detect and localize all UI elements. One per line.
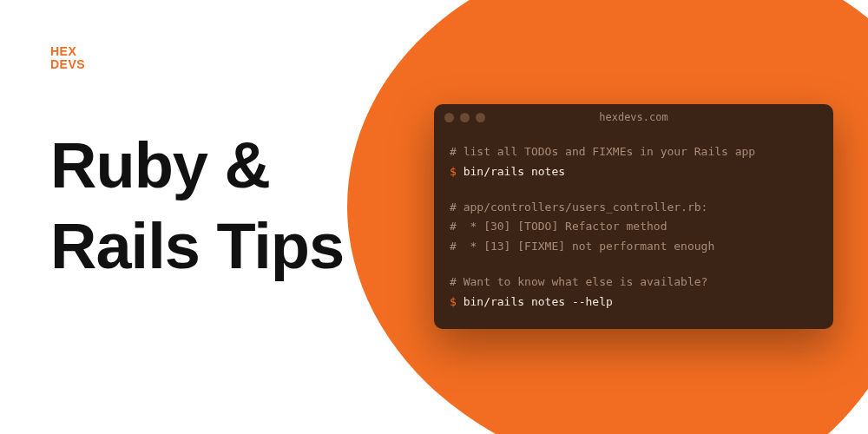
terminal-body: # list all TODOs and FIXMEs in your Rail… (434, 130, 833, 329)
terminal-command-line: $ bin/rails notes (450, 162, 818, 182)
terminal-comment: # list all TODOs and FIXMEs in your Rail… (450, 142, 818, 162)
terminal-command-line: $ bin/rails notes --help (450, 293, 818, 312)
maximize-icon (476, 113, 485, 122)
blank-line (450, 182, 818, 198)
window-controls (444, 113, 485, 122)
terminal-title: hexdevs.com (434, 111, 833, 123)
terminal-comment: # app/controllers/users_controller.rb: (450, 198, 818, 218)
page-headline: Ruby & Rails Tips (50, 126, 344, 286)
brand-logo: HEX DEVS (50, 45, 85, 70)
close-icon (444, 113, 454, 122)
headline-line-1: Ruby & (50, 126, 344, 207)
prompt-symbol: $ (450, 295, 464, 308)
logo-line-2: DEVS (50, 58, 85, 71)
blank-line (450, 257, 818, 273)
terminal-command: bin/rails notes --help (464, 295, 613, 308)
logo-line-1: HEX (50, 45, 85, 58)
terminal-comment: # * [13] [FIXME] not performant enough (450, 237, 818, 257)
minimize-icon (460, 113, 470, 122)
prompt-symbol: $ (450, 165, 464, 178)
terminal-window: hexdevs.com # list all TODOs and FIXMEs … (434, 104, 833, 329)
terminal-comment: # Want to know what else is available? (450, 273, 818, 293)
terminal-command: bin/rails notes (464, 165, 565, 178)
headline-line-2: Rails Tips (50, 207, 344, 287)
terminal-comment: # * [30] [TODO] Refactor method (450, 217, 818, 237)
terminal-titlebar: hexdevs.com (434, 104, 833, 130)
